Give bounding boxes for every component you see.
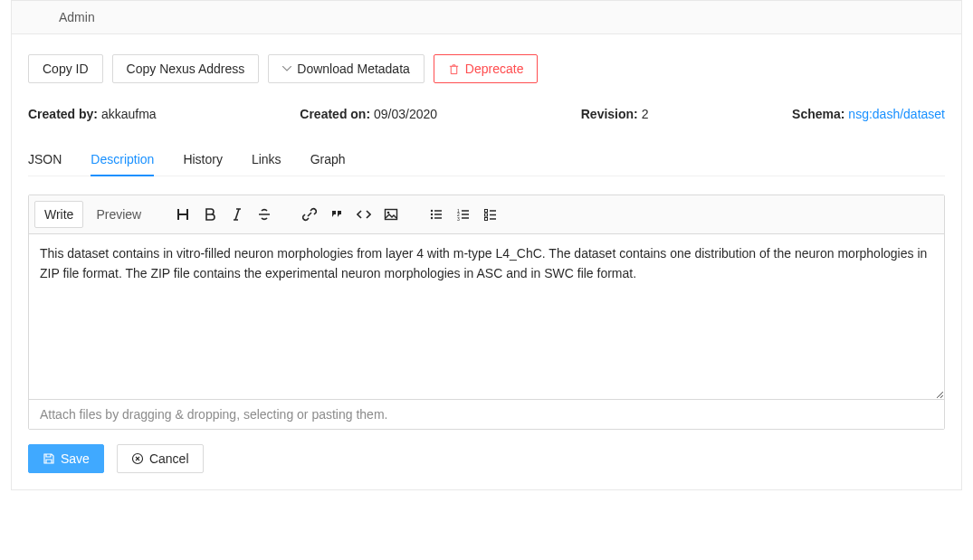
strikethrough-icon[interactable]	[252, 202, 277, 227]
revision: Revision: 2	[581, 107, 649, 121]
svg-rect-10	[485, 218, 488, 221]
deprecate-button[interactable]: Deprecate	[434, 54, 539, 83]
tab-history[interactable]: History	[183, 145, 223, 176]
tab-label: History	[183, 152, 223, 166]
heading-icon[interactable]	[170, 202, 196, 227]
button-label: Copy ID	[43, 62, 89, 76]
task-list-icon[interactable]	[478, 202, 503, 227]
tab-json[interactable]: JSON	[28, 145, 62, 176]
resource-panel: Admin Copy ID Copy Nexus Address Downloa…	[11, 0, 962, 490]
meta-value: akkaufma	[101, 107, 157, 121]
image-icon[interactable]	[378, 202, 404, 227]
bullet-list-icon[interactable]	[424, 202, 449, 227]
markdown-editor: Write Preview 123	[28, 195, 945, 430]
chevron-down-icon	[282, 66, 291, 71]
copy-nexus-button[interactable]: Copy Nexus Address	[112, 54, 260, 83]
toolbar-group-text	[170, 202, 277, 227]
button-label: Cancel	[149, 451, 189, 466]
toolbar-group-insert	[297, 202, 404, 227]
tab-graph[interactable]: Graph	[310, 145, 346, 176]
save-button[interactable]: Save	[28, 444, 104, 473]
tab-label: Links	[252, 152, 281, 166]
tabs: JSON Description History Links Graph	[28, 145, 945, 176]
svg-rect-0	[386, 210, 397, 220]
svg-text:3: 3	[457, 216, 460, 222]
button-label: Deprecate	[465, 62, 524, 76]
bold-icon[interactable]	[197, 202, 223, 227]
code-icon[interactable]	[351, 202, 377, 227]
button-label: Write	[44, 207, 73, 222]
button-label: Preview	[96, 207, 141, 222]
meta-label: Schema:	[792, 107, 844, 121]
attach-hint[interactable]: Attach files by dragging & dropping, sel…	[29, 399, 944, 429]
schema-link[interactable]: nsg:dash/dataset	[848, 107, 945, 121]
download-metadata-button[interactable]: Download Metadata	[268, 54, 424, 83]
tab-links[interactable]: Links	[252, 145, 281, 176]
save-icon	[43, 452, 55, 465]
link-icon[interactable]	[297, 202, 322, 227]
svg-rect-9	[485, 214, 488, 216]
button-label: Save	[61, 451, 90, 466]
italic-icon[interactable]	[224, 202, 250, 227]
editor-content: This dataset contains in vitro-filled ne…	[40, 246, 927, 280]
svg-point-4	[431, 217, 433, 219]
meta-value: 09/03/2020	[374, 107, 437, 121]
button-label: Download Metadata	[297, 62, 410, 76]
quote-icon[interactable]	[324, 202, 349, 227]
action-row: Copy ID Copy Nexus Address Download Meta…	[28, 54, 945, 83]
editor-toolbar: Write Preview 123	[29, 195, 944, 234]
created-on: Created on: 09/03/2020	[300, 107, 437, 121]
toolbar-group-lists: 123	[424, 202, 503, 227]
tab-description[interactable]: Description	[91, 145, 154, 176]
meta-label: Revision:	[581, 107, 638, 121]
admin-row[interactable]: Admin	[12, 0, 961, 34]
mode-preview-button[interactable]: Preview	[87, 202, 150, 227]
trash-icon	[448, 63, 460, 75]
tab-label: Description	[91, 152, 154, 166]
svg-point-3	[431, 214, 433, 215]
meta-value: 2	[642, 107, 649, 121]
tab-label: JSON	[28, 152, 62, 166]
copy-id-button[interactable]: Copy ID	[28, 54, 103, 83]
close-circle-icon	[131, 452, 144, 465]
cancel-button[interactable]: Cancel	[117, 444, 204, 473]
tab-label: Graph	[310, 152, 346, 166]
meta-row: Created by: akkaufma Created on: 09/03/2…	[28, 107, 945, 121]
svg-point-2	[431, 210, 433, 212]
admin-label: Admin	[59, 10, 95, 24]
bottom-actions: Save Cancel	[28, 444, 945, 473]
schema: Schema: nsg:dash/dataset	[792, 107, 945, 121]
created-by: Created by: akkaufma	[28, 107, 157, 121]
mode-write-button[interactable]: Write	[34, 201, 83, 228]
meta-label: Created on:	[300, 107, 370, 121]
svg-point-1	[387, 212, 390, 214]
meta-label: Created by:	[28, 107, 98, 121]
attach-hint-label: Attach files by dragging & dropping, sel…	[40, 407, 387, 422]
svg-rect-8	[485, 210, 488, 213]
button-label: Copy Nexus Address	[127, 62, 245, 76]
ordered-list-icon[interactable]: 123	[451, 202, 476, 227]
editor-textarea[interactable]: This dataset contains in vitro-filled ne…	[29, 234, 944, 399]
panel-content: Copy ID Copy Nexus Address Download Meta…	[12, 34, 961, 489]
